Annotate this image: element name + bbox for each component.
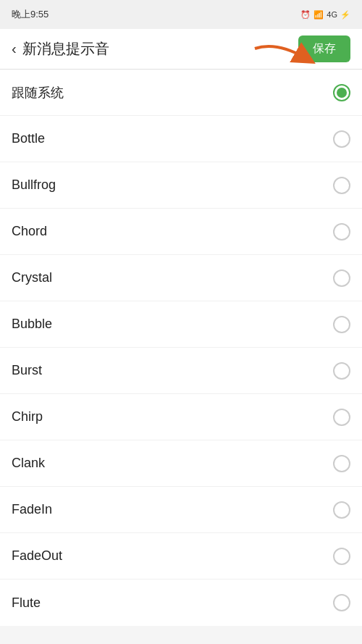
label-flute: Flute xyxy=(12,595,41,611)
back-arrow-icon: ‹ xyxy=(12,41,17,57)
radio-burst[interactable] xyxy=(333,362,350,380)
radio-chord[interactable] xyxy=(333,223,350,241)
radio-fadein[interactable] xyxy=(333,501,350,519)
battery-icon: ⚡ xyxy=(340,10,350,20)
save-button[interactable]: 保存 xyxy=(298,35,350,62)
label-bubble: Bubble xyxy=(12,317,52,332)
4g-icon: 4G xyxy=(327,10,337,19)
list-item-chirp[interactable]: Chirp xyxy=(0,394,362,440)
page-header: ‹ 新消息提示音 保存 xyxy=(0,29,362,70)
radio-flute[interactable] xyxy=(333,594,350,611)
list-item-crystal[interactable]: Crystal xyxy=(0,255,362,301)
label-chord: Chord xyxy=(12,224,47,239)
label-fadein: FadeIn xyxy=(12,502,52,517)
label-follow-system: 跟随系统 xyxy=(12,84,64,101)
radio-bottle[interactable] xyxy=(333,130,350,148)
label-fadeout: FadeOut xyxy=(12,548,62,564)
status-icons: ⏰ 📶 4G ⚡ xyxy=(300,10,350,20)
radio-crystal[interactable] xyxy=(333,269,350,287)
list-item-burst[interactable]: Burst xyxy=(0,348,362,394)
list-item-fadein[interactable]: FadeIn xyxy=(0,487,362,533)
label-chirp: Chirp xyxy=(12,409,43,425)
signal-icon: 📶 xyxy=(313,10,324,20)
list-item-follow-system[interactable]: 跟随系统 xyxy=(0,70,362,116)
radio-follow-system[interactable] xyxy=(333,84,350,101)
list-item-chord[interactable]: Chord xyxy=(0,209,362,255)
list-item-clank[interactable]: Clank xyxy=(0,440,362,487)
radio-fadeout[interactable] xyxy=(333,548,350,565)
alarm-icon: ⏰ xyxy=(300,10,311,20)
list-item-bullfrog[interactable]: Bullfrog xyxy=(0,162,362,209)
list-item-fadeout[interactable]: FadeOut xyxy=(0,533,362,580)
radio-chirp[interactable] xyxy=(333,409,350,426)
radio-clank[interactable] xyxy=(333,455,350,472)
status-bar: 晚上9:55 ⏰ 📶 4G ⚡ xyxy=(0,0,362,29)
list-item-flute[interactable]: Flute xyxy=(0,580,362,626)
label-bottle: Bottle xyxy=(12,131,45,146)
label-bullfrog: Bullfrog xyxy=(12,177,56,193)
ringtone-list: 跟随系统BottleBullfrogChordCrystalBubbleBurs… xyxy=(0,70,362,626)
page-title: 新消息提示音 xyxy=(22,39,109,59)
list-item-bottle[interactable]: Bottle xyxy=(0,116,362,162)
label-crystal: Crystal xyxy=(12,270,52,285)
status-time: 晚上9:55 xyxy=(12,8,49,21)
list-item-bubble[interactable]: Bubble xyxy=(0,301,362,348)
label-burst: Burst xyxy=(12,363,42,378)
label-clank: Clank xyxy=(12,456,45,471)
back-button[interactable]: ‹ 新消息提示音 xyxy=(12,39,109,59)
radio-bullfrog[interactable] xyxy=(333,177,350,194)
radio-bubble[interactable] xyxy=(333,316,350,333)
